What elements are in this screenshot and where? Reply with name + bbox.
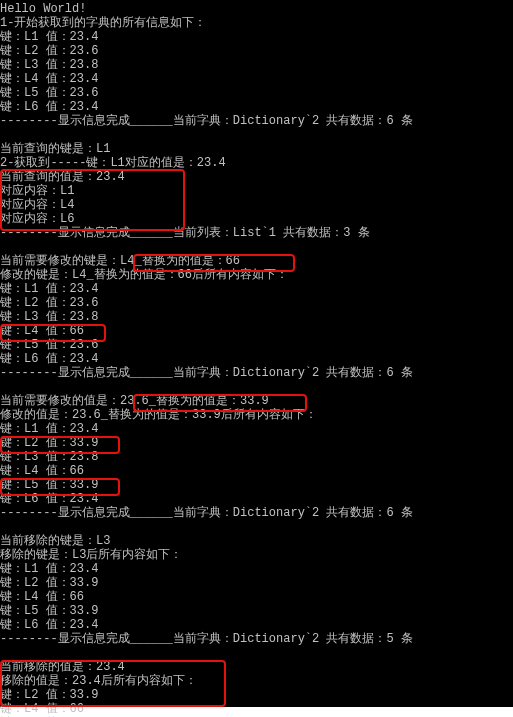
terminal-line: 当前需要修改的键是：L4_替换为的值是：66	[0, 254, 511, 268]
terminal-line: 键：L6 值：23.4	[0, 618, 511, 632]
terminal-line: 键：L1 值：23.4	[0, 30, 511, 44]
terminal-line: 键：L2 值：33.9	[0, 576, 511, 590]
terminal-line: 当前需要修改的值是：23.6_替换为的值是：33.9	[0, 394, 511, 408]
terminal-line: 1-开始获取到的字典的所有信息如下：	[0, 16, 511, 30]
terminal-line: 键：L3 值：23.8	[0, 450, 511, 464]
terminal-line: 2-获取到-----键：L1对应的值是：23.4	[0, 156, 511, 170]
terminal-line: 当前查询的键是：L1	[0, 142, 511, 156]
terminal-line: Hello World!	[0, 2, 511, 16]
terminal-line: 键：L4 值：66	[0, 590, 511, 604]
terminal-line: --------显示信息完成______当前字典：Dictionary`2 共有…	[0, 114, 511, 128]
terminal-line	[0, 240, 511, 254]
terminal-line: 当前查询的值是：23.4	[0, 170, 511, 184]
terminal-line: 当前移除的值是：23.4	[0, 660, 511, 674]
terminal-line: 键：L2 值：23.6	[0, 296, 511, 310]
terminal-line: --------显示信息完成______当前字典：Dictionary`2 共有…	[0, 632, 511, 646]
terminal-line: 键：L2 值：23.6	[0, 44, 511, 58]
terminal-line: 键：L4 值：66	[0, 324, 511, 338]
terminal-line	[0, 520, 511, 534]
terminal-line: 对应内容：L6	[0, 212, 511, 226]
terminal-line: 键：L3 值：23.8	[0, 58, 511, 72]
terminal-line: 键：L5 值：33.9	[0, 604, 511, 618]
terminal-line: 对应内容：L1	[0, 184, 511, 198]
terminal-line: 键：L5 值：33.9	[0, 478, 511, 492]
terminal-line: 修改的值是：23.6_替换为的值是：33.9后所有内容如下：	[0, 408, 511, 422]
terminal-line: 移除的键是：L3后所有内容如下：	[0, 548, 511, 562]
terminal-line: --------显示信息完成______当前字典：Dictionary`2 共有…	[0, 366, 511, 380]
terminal-line: 键：L5 值：23.6	[0, 338, 511, 352]
terminal-line	[0, 380, 511, 394]
terminal-line: 键：L2 值：33.9	[0, 688, 511, 702]
terminal-line: 键：L6 值：23.4	[0, 100, 511, 114]
terminal-line: 键：L5 值：23.6	[0, 86, 511, 100]
terminal-line: 键：L4 值：66	[0, 464, 511, 478]
terminal-line	[0, 128, 511, 142]
terminal-line: 键：L4 值：23.4	[0, 72, 511, 86]
terminal-line: 键：L2 值：33.9	[0, 436, 511, 450]
terminal-line: 当前移除的键是：L3	[0, 534, 511, 548]
terminal-line: 键：L1 值：23.4	[0, 562, 511, 576]
terminal-line: --------显示信息完成______当前列表：List`1 共有数据：3 条	[0, 226, 511, 240]
terminal-line: 键：L3 值：23.8	[0, 310, 511, 324]
terminal-line: 对应内容：L4	[0, 198, 511, 212]
terminal-output: Hello World!1-开始获取到的字典的所有信息如下：键：L1 值：23.…	[0, 0, 513, 707]
terminal-line: 键：L1 值：23.4	[0, 422, 511, 436]
terminal-line: 移除的值是：23.4后所有内容如下：	[0, 674, 511, 688]
terminal-line: 键：L1 值：23.4	[0, 282, 511, 296]
terminal-line: --------显示信息完成______当前字典：Dictionary`2 共有…	[0, 506, 511, 520]
terminal-line: 修改的键是：L4_替换为的值是：66后所有内容如下：	[0, 268, 511, 282]
terminal-line: 键：L6 值：23.4	[0, 492, 511, 506]
terminal-line: 键：L4 值：66	[0, 702, 511, 716]
terminal-line: 键：L6 值：23.4	[0, 352, 511, 366]
terminal-line	[0, 646, 511, 660]
